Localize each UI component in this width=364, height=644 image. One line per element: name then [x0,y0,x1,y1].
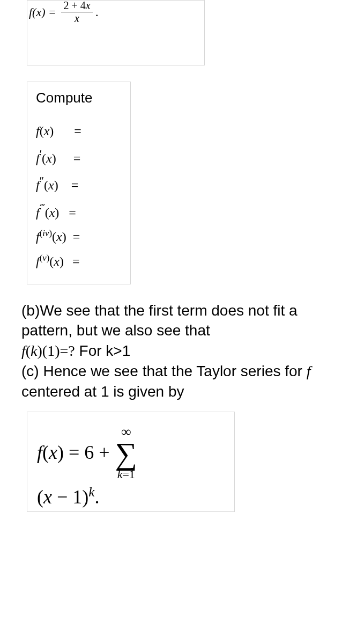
derivative-lhs: f‴(x) [36,198,59,225]
derivative-row: f″(x) = [36,171,122,198]
fx-eq-lhs: f(x) = [29,5,56,19]
compute-box: Compute f(x) = f′(x) = f″(x) = f‴(x) = [27,82,131,284]
derivative-row: f(iv)(x) = [36,225,122,250]
taylor-series-eq: f(x) = 6 + ∞ ∑ k=1 [37,425,225,480]
definition-box: f(x) = 2 + 4x x . [27,0,205,65]
series-lhs: f(x) = 6 + [37,441,110,464]
fk-expr: f(k)(1)=? [21,342,75,359]
sigma-lower: k=1 [117,469,135,480]
derivative-row: f′(x) = [36,144,122,171]
fraction-numerator: 2 + 4x [61,0,92,12]
derivative-lhs: f(x) [36,119,54,144]
equals-sign: = [69,201,76,225]
series-term: (x − 1)k. [37,485,225,508]
text-line-c1: (c) Hence we see that the Taylor series … [21,363,302,379]
derivative-lhs: f″(x) [36,171,58,198]
derivative-row: f(x) = [36,119,122,144]
derivative-lhs: f′(x) [36,144,56,171]
equals-sign: = [74,119,81,144]
derivative-row: f‴(x) = [36,198,122,225]
derivative-row: f(v)(x) = [36,250,122,274]
equals-sign: = [73,147,81,171]
fraction: 2 + 4x x [61,0,92,25]
fraction-denominator: x [61,12,92,25]
sigma-symbol: ∑ [115,439,137,469]
text-line-b1: (b)We see that the first term does not f… [21,302,298,339]
compute-title: Compute [36,90,122,106]
equals-sign: = [73,225,80,250]
function-definition: f(x) = 2 + 4x x . [29,1,99,26]
f-italic: f [307,363,311,379]
equals-sign: = [71,173,79,198]
derivative-lhs: f(iv)(x) [36,225,66,250]
text-for-k: For k>1 [75,342,130,359]
explanation-text: (b)We see that the first term does not f… [21,301,343,402]
taylor-series-box: f(x) = 6 + ∞ ∑ k=1 (x − 1)k. [27,412,235,512]
equals-sign: = [72,250,80,274]
text-line-c2: centered at 1 is given by [21,383,184,400]
definition-period: . [95,5,99,19]
sigma-notation: ∞ ∑ k=1 [115,425,137,480]
derivative-list: f(x) = f′(x) = f″(x) = f‴(x) = f(iv)(x) [36,119,122,274]
derivative-lhs: f(v)(x) [36,250,64,274]
